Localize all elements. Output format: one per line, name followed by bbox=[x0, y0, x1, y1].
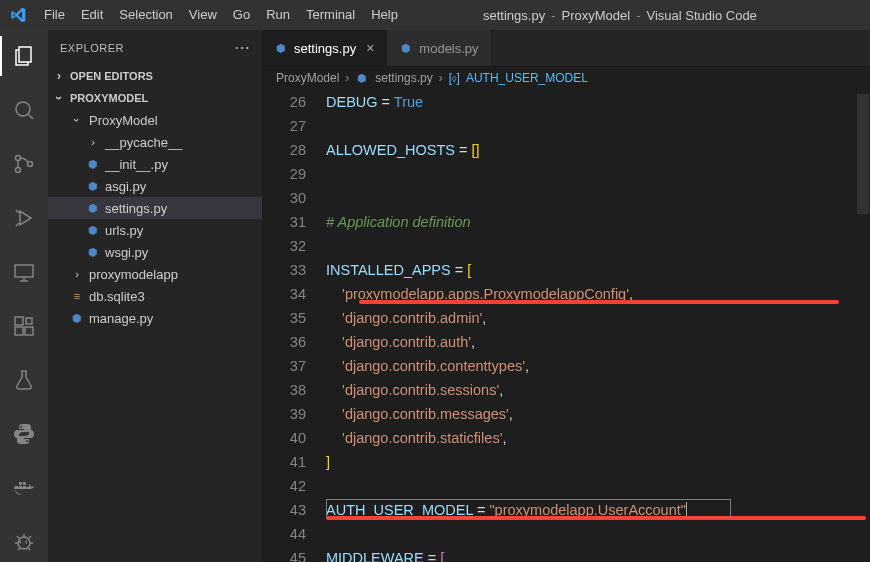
bug-icon[interactable] bbox=[0, 522, 48, 562]
line-gutter: 2627282930313233343536373839404142434445 bbox=[262, 90, 326, 562]
title-file: settings.py bbox=[483, 8, 545, 23]
tab-models[interactable]: ⬢ models.py bbox=[387, 30, 491, 66]
svg-point-3 bbox=[16, 168, 21, 173]
sidebar-title: EXPLORER bbox=[60, 42, 124, 54]
close-icon[interactable]: × bbox=[366, 40, 374, 56]
tab-bar: ⬢ settings.py × ⬢ models.py bbox=[262, 30, 870, 66]
variable-icon: [◊] bbox=[449, 71, 460, 85]
window-title: settings.py - ProxyModel - Visual Studio… bbox=[406, 8, 834, 23]
file-db[interactable]: ≡db.sqlite3 bbox=[48, 285, 262, 307]
file-settings[interactable]: ⬢settings.py bbox=[48, 197, 262, 219]
menu-go[interactable]: Go bbox=[225, 0, 258, 30]
code-lines[interactable]: DEBUG = True ALLOWED_HOSTS = [] # Applic… bbox=[326, 90, 870, 562]
breadcrumb[interactable]: ProxyModel › ⬢ settings.py › [◊] AUTH_US… bbox=[262, 66, 870, 90]
svg-rect-5 bbox=[15, 265, 33, 277]
menu-selection[interactable]: Selection bbox=[111, 0, 180, 30]
python-file-icon: ⬢ bbox=[86, 201, 100, 215]
chevron-right-icon: › bbox=[439, 71, 443, 85]
sidebar-more-icon[interactable]: ⋯ bbox=[234, 38, 251, 57]
editor-area: ⬢ settings.py × ⬢ models.py ProxyModel ›… bbox=[262, 30, 870, 562]
python-file-icon: ⬢ bbox=[399, 41, 413, 55]
title-bar: File Edit Selection View Go Run Terminal… bbox=[0, 0, 870, 30]
svg-rect-6 bbox=[15, 317, 23, 325]
tab-settings[interactable]: ⬢ settings.py × bbox=[262, 30, 387, 66]
folder-proxymodelapp[interactable]: ›proxymodelapp bbox=[48, 263, 262, 285]
svg-point-4 bbox=[28, 162, 33, 167]
python-file-icon: ⬢ bbox=[70, 311, 84, 325]
svg-point-2 bbox=[16, 156, 21, 161]
chevron-right-icon: › bbox=[345, 71, 349, 85]
breadcrumb-file[interactable]: settings.py bbox=[375, 71, 432, 85]
svg-rect-13 bbox=[19, 482, 22, 485]
python-file-icon: ⬢ bbox=[86, 245, 100, 259]
menu-view[interactable]: View bbox=[181, 0, 225, 30]
svg-rect-9 bbox=[26, 318, 32, 324]
python-file-icon: ⬢ bbox=[86, 157, 100, 171]
flask-icon[interactable] bbox=[0, 360, 48, 400]
selection-box bbox=[326, 499, 731, 518]
title-app: Visual Studio Code bbox=[647, 8, 757, 23]
python-file-icon: ⬢ bbox=[86, 179, 100, 193]
file-manage[interactable]: ⬢manage.py bbox=[48, 307, 262, 329]
menu-bar: File Edit Selection View Go Run Terminal… bbox=[36, 0, 406, 30]
chevron-right-icon: › bbox=[86, 136, 100, 148]
sidebar: EXPLORER ⋯ › OPEN EDITORS › PROXYMODEL ›… bbox=[48, 30, 262, 562]
extensions-icon[interactable] bbox=[0, 306, 48, 346]
menu-terminal[interactable]: Terminal bbox=[298, 0, 363, 30]
menu-edit[interactable]: Edit bbox=[73, 0, 111, 30]
chevron-down-icon: › bbox=[52, 91, 66, 105]
docker-icon[interactable] bbox=[0, 468, 48, 508]
file-wsgi[interactable]: ⬢wsgi.py bbox=[48, 241, 262, 263]
python-file-icon: ⬢ bbox=[355, 71, 369, 85]
sidebar-header: EXPLORER ⋯ bbox=[48, 30, 262, 65]
menu-help[interactable]: Help bbox=[363, 0, 406, 30]
annotation-underline bbox=[359, 300, 839, 304]
file-asgi[interactable]: ⬢asgi.py bbox=[48, 175, 262, 197]
source-control-icon[interactable] bbox=[0, 144, 48, 184]
menu-file[interactable]: File bbox=[36, 0, 73, 30]
section-project[interactable]: › PROXYMODEL bbox=[48, 87, 262, 109]
breadcrumb-folder[interactable]: ProxyModel bbox=[276, 71, 339, 85]
vscode-logo-icon bbox=[0, 7, 36, 23]
chevron-right-icon: › bbox=[70, 268, 84, 280]
file-tree: ›ProxyModel ›__pycache__ ⬢__init__.py ⬢a… bbox=[48, 109, 262, 329]
menu-run[interactable]: Run bbox=[258, 0, 298, 30]
svg-rect-8 bbox=[25, 327, 33, 335]
activity-bar bbox=[0, 30, 48, 562]
code-editor[interactable]: 2627282930313233343536373839404142434445… bbox=[262, 90, 870, 562]
folder-pycache[interactable]: ›__pycache__ bbox=[48, 131, 262, 153]
python-file-icon: ⬢ bbox=[274, 41, 288, 55]
remote-icon[interactable] bbox=[0, 252, 48, 292]
svg-point-1 bbox=[16, 102, 30, 116]
chevron-down-icon: › bbox=[71, 113, 83, 127]
svg-rect-7 bbox=[15, 327, 23, 335]
svg-rect-0 bbox=[19, 47, 31, 62]
python-file-icon: ⬢ bbox=[86, 223, 100, 237]
debug-icon[interactable] bbox=[0, 198, 48, 238]
svg-rect-14 bbox=[23, 482, 26, 485]
section-open-editors[interactable]: › OPEN EDITORS bbox=[48, 65, 262, 87]
database-file-icon: ≡ bbox=[70, 289, 84, 303]
scrollbar-thumb[interactable] bbox=[857, 94, 869, 214]
python-icon[interactable] bbox=[0, 414, 48, 454]
title-project: ProxyModel bbox=[562, 8, 631, 23]
file-urls[interactable]: ⬢urls.py bbox=[48, 219, 262, 241]
chevron-right-icon: › bbox=[52, 69, 66, 83]
file-init[interactable]: ⬢__init__.py bbox=[48, 153, 262, 175]
search-icon[interactable] bbox=[0, 90, 48, 130]
folder-proxymodel[interactable]: ›ProxyModel bbox=[48, 109, 262, 131]
explorer-icon[interactable] bbox=[0, 36, 48, 76]
breadcrumb-symbol[interactable]: AUTH_USER_MODEL bbox=[466, 71, 588, 85]
